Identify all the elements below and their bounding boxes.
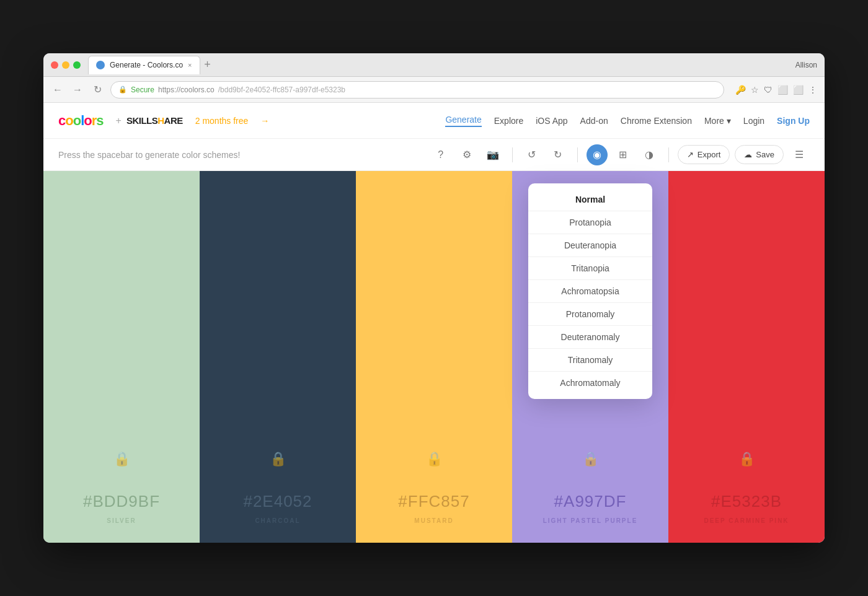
partner-section: + SKILLSHARE <box>116 115 183 126</box>
color-hex-4: #E5323B <box>711 492 782 511</box>
fullscreen-traffic-light[interactable] <box>73 61 81 69</box>
vision-item-achromatopsia[interactable]: Achromatopsia <box>528 280 652 303</box>
address-icons: 🔑 ☆ 🛡 ⬜ ⬜ ⋮ <box>735 85 817 95</box>
refresh-btn[interactable]: ↻ <box>91 84 104 95</box>
vision-item-tritanomaly[interactable]: Tritanomaly <box>528 349 652 372</box>
color-name-2: MUSTARD <box>414 517 453 524</box>
color-name-3: LIGHT PASTEL PURPLE <box>543 517 638 524</box>
coolors-logo[interactable]: coolors <box>58 113 104 129</box>
promo-arrow: → <box>260 116 269 126</box>
vision-item-normal[interactable]: Normal <box>528 188 652 211</box>
tab-label: Generate - Coolors.co <box>110 61 183 69</box>
toolbar-divider-3 <box>668 147 669 162</box>
toolbar-divider-2 <box>577 147 578 162</box>
minimize-traffic-light[interactable] <box>62 61 69 69</box>
export-label: Export <box>698 150 721 159</box>
toolbar-hint: Press the spacebar to generate color sch… <box>58 150 423 160</box>
app-header: coolors + SKILLSHARE 2 months free → Gen… <box>43 103 825 139</box>
lock-icon-4[interactable]: 🔒 <box>738 451 755 467</box>
share-icon: ↗ <box>687 150 694 159</box>
undo-btn[interactable]: ↺ <box>521 144 542 165</box>
nav-addon[interactable]: Add-on <box>580 116 608 126</box>
nav-generate[interactable]: Generate <box>445 115 481 127</box>
vision-item-protanomaly[interactable]: Protanomaly <box>528 303 652 326</box>
lock-icon-3[interactable]: 🔒 <box>582 451 599 467</box>
redo-btn[interactable]: ↻ <box>547 144 569 165</box>
tab-area: Generate - Coolors.co × + <box>88 56 795 74</box>
color-hex-0: #BDD9BF <box>83 492 160 511</box>
promo-text[interactable]: 2 months free <box>195 116 249 126</box>
close-traffic-light[interactable] <box>51 61 58 69</box>
address-url-domain: https://coolors.co <box>158 85 215 94</box>
address-url-path: /bdd9bf-2e4052-ffc857-a997df-e5323b <box>218 85 345 94</box>
traffic-lights <box>51 61 81 69</box>
vision-item-protanopia[interactable]: Protanopia <box>528 211 652 234</box>
vision-item-tritanopia[interactable]: Tritanopia <box>528 257 652 280</box>
save-label: Save <box>756 150 774 159</box>
menu-btn[interactable]: ☰ <box>789 144 810 165</box>
vision-dropdown: Normal Protanopia Deuteranopia Tritanopi… <box>528 183 652 399</box>
vision-btn[interactable]: ◉ <box>587 144 608 165</box>
color-hex-1: #2E4052 <box>243 492 312 511</box>
new-tab-btn[interactable]: + <box>200 58 215 72</box>
browser-tab[interactable]: Generate - Coolors.co × <box>88 56 200 74</box>
bookmark-icon: ☆ <box>751 85 759 95</box>
grid-btn[interactable]: ⊞ <box>613 144 634 165</box>
color-name-1: CHARCOAL <box>255 517 300 524</box>
lock-icon-1[interactable]: 🔒 <box>270 451 286 467</box>
vision-item-achromatomaly[interactable]: Achromatomaly <box>528 372 652 394</box>
color-panel-1[interactable]: 🔒 #2E4052 CHARCOAL <box>200 171 356 543</box>
color-panel-2[interactable]: 🔒 #FFC857 MUSTARD <box>356 171 512 543</box>
address-bar[interactable]: 🔒 Secure https://coolors.co/bdd9bf-2e405… <box>110 81 724 99</box>
secure-label: Secure <box>131 85 154 94</box>
lock-icon-0[interactable]: 🔒 <box>113 451 130 467</box>
vision-item-deuteranopia[interactable]: Deuteranopia <box>528 234 652 257</box>
more-label: More <box>704 116 724 126</box>
nav-signup[interactable]: Sign Up <box>777 116 810 126</box>
color-name-0: SILVER <box>107 517 136 524</box>
contrast-btn[interactable]: ◑ <box>639 144 660 165</box>
nav-more[interactable]: More ▾ <box>704 116 731 126</box>
color-panel-0[interactable]: 🔒 #BDD9BF SILVER <box>43 171 200 543</box>
toolbar-divider-1 <box>512 147 513 162</box>
browser-window: Generate - Coolors.co × + Allison ← → ↻ … <box>43 53 825 543</box>
save-icon: ☁ <box>744 150 752 159</box>
color-panel-3[interactable]: Normal Protanopia Deuteranopia Tritanopi… <box>512 171 668 543</box>
color-hex-3: #A997DF <box>554 492 627 511</box>
tab-icon: ⬜ <box>777 85 788 95</box>
vision-item-deuteranomaly[interactable]: Deuteranomaly <box>528 326 652 349</box>
color-hex-2: #FFC857 <box>398 492 469 511</box>
save-btn[interactable]: ☁ Save <box>735 145 784 164</box>
color-name-4: DEEP CARMINE PINK <box>704 517 789 524</box>
tab-close-btn[interactable]: × <box>188 61 192 69</box>
app-toolbar: Press the spacebar to generate color sch… <box>43 139 825 171</box>
skillshare-logo[interactable]: SKILLSHARE <box>126 115 183 126</box>
forward-btn[interactable]: → <box>71 84 84 95</box>
main-nav: Generate Explore iOS App Add-on Chrome E… <box>445 115 810 127</box>
lock-icon-2[interactable]: 🔒 <box>426 451 443 467</box>
key-icon: 🔑 <box>735 85 746 95</box>
toolbar-icons: ? ⚙ 📷 ↺ ↻ ◉ ⊞ ◑ ↗ Export ☁ Save ☰ <box>430 144 810 165</box>
address-bar-row: ← → ↻ 🔒 Secure https://coolors.co/bdd9bf… <box>43 77 825 103</box>
color-panel-4[interactable]: 🔒 #E5323B DEEP CARMINE PINK <box>668 171 825 543</box>
secure-icon: 🔒 <box>118 85 127 94</box>
palette-area: 🔒 #BDD9BF SILVER 🔒 #2E4052 CHARCOAL 🔒 #F… <box>43 171 825 543</box>
shield-icon: 🛡 <box>764 85 773 95</box>
menu-dots-icon[interactable]: ⋮ <box>808 85 817 95</box>
chevron-down-icon: ▾ <box>727 116 731 126</box>
help-btn[interactable]: ? <box>430 144 451 165</box>
camera-btn[interactable]: 📷 <box>482 144 503 165</box>
nav-login[interactable]: Login <box>743 116 764 126</box>
back-btn[interactable]: ← <box>51 84 64 95</box>
nav-explore[interactable]: Explore <box>494 116 523 126</box>
tab-favicon <box>96 61 105 69</box>
settings-btn[interactable]: ⚙ <box>456 144 477 165</box>
ext-icon: ⬜ <box>793 85 804 95</box>
user-label: Allison <box>795 61 817 69</box>
nav-ios-app[interactable]: iOS App <box>536 116 567 126</box>
nav-chrome-extension[interactable]: Chrome Extension <box>621 116 692 126</box>
export-btn[interactable]: ↗ Export <box>678 145 730 164</box>
browser-titlebar: Generate - Coolors.co × + Allison <box>43 53 825 77</box>
plus-sign: + <box>116 115 122 126</box>
